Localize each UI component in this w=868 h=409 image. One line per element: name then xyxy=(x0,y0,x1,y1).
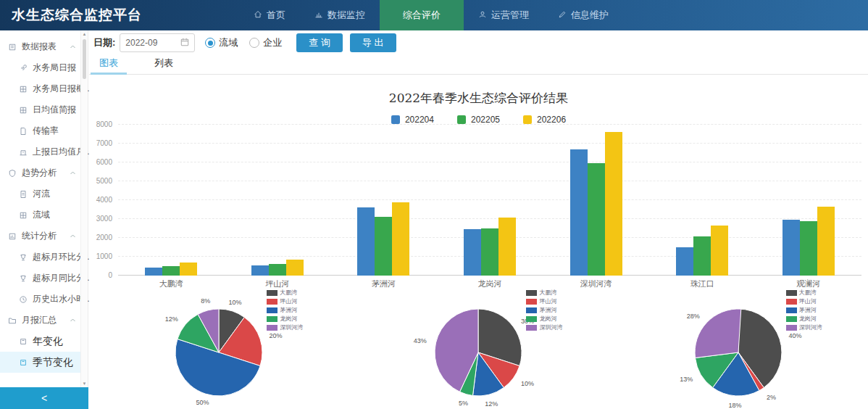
pie-legend-item[interactable]: 大鹏湾 xyxy=(526,289,562,297)
app-title: 水生态综合监控平台 xyxy=(0,6,239,25)
sidebar-collapse-button[interactable]: < xyxy=(0,387,88,409)
date-input[interactable]: 2022-09 xyxy=(120,33,195,52)
chevron-up-icon[interactable] xyxy=(70,44,76,50)
sidebar-group-label: 统计分析 xyxy=(22,230,57,242)
sidebar-item[interactable]: 水务局日报 xyxy=(0,57,80,78)
nav-item-label: 综合评价 xyxy=(403,9,441,22)
nav-item[interactable]: 数据监控 xyxy=(300,0,380,30)
pie-legend-item[interactable]: 龙岗河 xyxy=(267,315,303,323)
filter-bar: 日期: 2022-09 流域企业 查 询 导 出 xyxy=(89,30,868,55)
sidebar-item[interactable]: 超标月同比分.. xyxy=(0,268,80,289)
sidebar-item[interactable]: 超标月环比分.. xyxy=(0,247,80,268)
calendar-icon[interactable] xyxy=(180,38,189,49)
radio-option[interactable]: 流域 xyxy=(205,36,238,49)
scroll-up-icon[interactable]: ▲ xyxy=(81,32,88,36)
bar xyxy=(693,236,711,276)
sidebar-item-label: 年变化 xyxy=(33,335,63,348)
sidebar-item[interactable]: 上报日均值月.. xyxy=(0,141,80,162)
chevron-up-icon[interactable] xyxy=(70,233,76,239)
date-value: 2022-09 xyxy=(125,38,157,48)
pie-legend: 大鹏湾坪山河茅洲河龙岗河深圳河湾 xyxy=(526,289,562,332)
bar xyxy=(162,266,180,276)
bar xyxy=(783,220,800,276)
pie-legend-item[interactable]: 茅洲河 xyxy=(786,306,822,314)
pie-legend-item[interactable]: 深圳河湾 xyxy=(526,323,562,331)
main-content: 日期: 2022-09 流域企业 查 询 导 出 图表 列表 2022年春季水生… xyxy=(89,30,868,409)
sidebar-item[interactable]: 水务局日报概.. xyxy=(0,78,80,99)
sidebar-item[interactable]: 日均值简报 xyxy=(0,99,80,120)
pie-legend-item[interactable]: 龙岗河 xyxy=(526,315,562,323)
pie-legend-item[interactable]: 茅洲河 xyxy=(267,306,303,314)
sidebar-item[interactable]: 年变化 xyxy=(0,331,80,352)
sidebar-item[interactable]: 河流 xyxy=(0,183,80,204)
nav-item[interactable]: 综合评价 xyxy=(380,0,464,30)
chevron-up-icon[interactable] xyxy=(70,170,76,176)
square-icon xyxy=(19,337,28,346)
pie-label: 18% xyxy=(728,402,741,409)
bar xyxy=(800,221,817,276)
y-axis-tick: 1000 xyxy=(96,252,112,260)
scrollbar-thumb[interactable] xyxy=(83,39,86,79)
tab-chart[interactable]: 图表 xyxy=(96,57,121,74)
nav-item[interactable]: 首页 xyxy=(239,0,300,30)
sidebar-group-label: 月报汇总 xyxy=(22,314,57,326)
sidebar-scrollbar[interactable]: ▲ ▼ xyxy=(80,30,88,387)
chart-title: 2022年春季水生态综合评价结果 xyxy=(89,90,868,107)
sidebar-group[interactable]: 统计分析 xyxy=(0,226,80,247)
sidebar-item[interactable]: 历史出水小时.. xyxy=(0,289,80,310)
scroll-down-icon[interactable]: ▼ xyxy=(81,381,88,386)
grid-icon xyxy=(19,106,28,115)
sidebar-item[interactable]: 传输率 xyxy=(0,120,80,141)
pie-chart: 40%2%18%13%28%大鹏湾坪山河茅洲河龙岗河深圳河湾 xyxy=(609,286,868,409)
legend-item[interactable]: 202204 xyxy=(391,115,434,125)
navbar-menu: 首页数据监控综合评价运营管理信息维护 xyxy=(239,0,623,30)
y-axis-tick: 5000 xyxy=(96,177,112,185)
bar-groups xyxy=(118,125,861,276)
pie-label: 13% xyxy=(680,376,693,383)
pie-legend-item[interactable]: 大鹏湾 xyxy=(786,289,822,297)
navbar: 水生态综合监控平台 首页数据监控综合评价运营管理信息维护 xyxy=(0,0,868,30)
pie-legend-item[interactable]: 深圳河湾 xyxy=(267,323,303,331)
pie-legend-item[interactable]: 坪山河 xyxy=(526,297,562,305)
sidebar-item[interactable]: 季节变化 xyxy=(0,352,80,373)
pie-legend-label: 深圳河湾 xyxy=(799,323,822,331)
bar-group xyxy=(755,125,861,276)
legend-item[interactable]: 202205 xyxy=(457,115,500,125)
pie-legend: 大鹏湾坪山河茅洲河龙岗河深圳河湾 xyxy=(786,289,822,332)
sidebar-group[interactable]: 数据报表 xyxy=(0,36,80,57)
pie-legend-item[interactable]: 龙岗河 xyxy=(786,315,822,323)
y-axis-tick: 7000 xyxy=(96,139,112,147)
export-button[interactable]: 导 出 xyxy=(350,33,396,52)
bar xyxy=(357,207,375,276)
pie-legend-item[interactable]: 深圳河湾 xyxy=(786,323,822,331)
sidebar-item[interactable]: 流域 xyxy=(0,204,80,226)
edit-icon xyxy=(558,10,567,21)
query-button[interactable]: 查 询 xyxy=(296,33,343,52)
pie-label: 8% xyxy=(201,297,210,305)
bar xyxy=(269,264,286,276)
bar-group xyxy=(543,125,649,276)
bar-chart: 010002000300040005000600070008000 xyxy=(118,125,861,276)
bar-group xyxy=(118,125,225,276)
pie-legend-item[interactable]: 大鹏湾 xyxy=(267,289,303,297)
legend-swatch xyxy=(391,115,400,124)
chevron-up-icon[interactable] xyxy=(70,317,76,323)
sidebar-item-label: 季节变化 xyxy=(33,356,73,369)
bar xyxy=(711,226,728,276)
pie-legend-item[interactable]: 坪山河 xyxy=(267,297,303,305)
radio-option[interactable]: 企业 xyxy=(249,36,282,49)
bar xyxy=(392,202,409,276)
pie-legend-item[interactable]: 茅洲河 xyxy=(526,306,562,314)
pie-legend-label: 龙岗河 xyxy=(539,315,556,323)
pie-legend-item[interactable]: 坪山河 xyxy=(786,297,822,305)
nav-item[interactable]: 运营管理 xyxy=(464,0,543,30)
file-icon xyxy=(19,127,28,136)
nav-item[interactable]: 信息维护 xyxy=(543,0,623,30)
tab-list[interactable]: 列表 xyxy=(151,57,176,74)
sidebar-group[interactable]: 月报汇总 xyxy=(0,310,80,331)
sidebar-group[interactable]: 趋势分析 xyxy=(0,162,80,183)
pie-label: 28% xyxy=(687,313,700,320)
sidebar-item-label: 流域 xyxy=(33,209,50,221)
pie-label: 12% xyxy=(485,400,498,408)
legend-item[interactable]: 202206 xyxy=(523,115,566,125)
